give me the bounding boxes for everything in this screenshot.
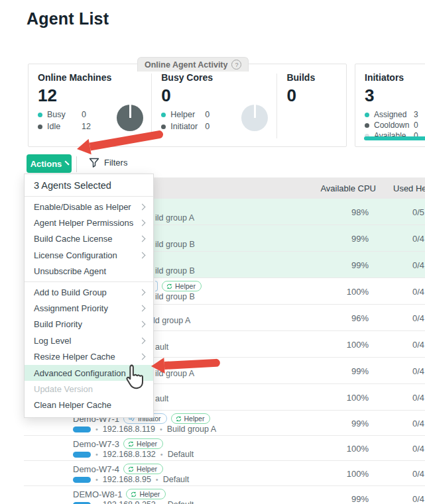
chevron-right-icon: [139, 220, 146, 227]
agent-name: DEMO-W8-1: [73, 489, 122, 499]
helper-badge: Helper: [171, 413, 211, 424]
dot-separator: [160, 501, 163, 504]
busy-cores-title: Busy Cores: [161, 72, 276, 83]
chevron-right-icon: [139, 321, 146, 328]
chevron-right-icon: [139, 289, 146, 295]
menu-item-build-cache-license[interactable]: Build Cache License: [25, 231, 153, 247]
busy-dot-icon: [38, 113, 42, 117]
agent-group: Build group A: [167, 425, 216, 434]
agent-ip: 192.168.8.119: [103, 425, 155, 434]
menu-item-agent-helper-permissions[interactable]: Agent Helper Permissions: [25, 215, 153, 230]
helper-badge: Helper: [123, 464, 163, 474]
busy-cores-value: 0: [161, 85, 276, 105]
agent-name: Demo-W7-4: [73, 464, 119, 474]
windows-os-badge: [73, 502, 91, 504]
helper-icon: [131, 491, 137, 497]
agent-ip: 192.168.8.132: [103, 450, 156, 459]
menu-divider: [25, 281, 153, 282]
menu-item-resize-helper-cache[interactable]: Resize Helper Cache: [25, 349, 153, 365]
column-used-helpers[interactable]: Used Help: [393, 183, 425, 193]
agent-group: Default: [168, 450, 194, 459]
dot-separator: [156, 476, 158, 483]
menu-item-assignment-priority[interactable]: Assignment Priority: [25, 300, 153, 316]
initiators-assigned-bar: [364, 136, 425, 140]
online-agent-activity-tab: Online Agent Activity ?: [137, 57, 249, 72]
helper-icon: [176, 416, 182, 422]
windows-os-badge: [73, 452, 91, 458]
initiators-value: 3: [365, 85, 425, 105]
cooldown-dot-icon: [365, 123, 369, 128]
online-machines-pie-chart: [117, 105, 143, 131]
toolbar-divider: [76, 156, 77, 172]
page-title: Agent List: [27, 9, 109, 28]
dot-separator: [160, 425, 162, 433]
menu-item-log-level[interactable]: Log Level: [25, 332, 153, 348]
initiators-card: Initiators 3 Assigned 3 Cooldown 0 Avail…: [355, 64, 425, 147]
agent-name: Demo-W7-3: [73, 439, 119, 449]
activity-card: Online Machines 12 Busy 0 Idle 12 Busy C…: [28, 64, 347, 147]
menu-item-license-configuration[interactable]: License Configuration: [25, 247, 153, 263]
table-row-demo-w7-4[interactable]: Demo-W7-4 Helper 192.168.8.95 Default 10…: [24, 461, 425, 486]
filters-button[interactable]: Filters: [89, 158, 127, 168]
assigned-dot-icon: [365, 113, 369, 117]
windows-os-badge: [73, 477, 91, 483]
agent-group: Default: [163, 475, 190, 484]
online-machines-value: 12: [38, 85, 151, 105]
busy-cores-pie-chart: [241, 105, 268, 131]
helper-badge: Helper: [123, 438, 163, 449]
windows-os-badge: [73, 427, 91, 432]
builds-title: Builds: [286, 72, 346, 83]
online-machines-title: Online Machines: [38, 72, 151, 83]
actions-button[interactable]: Actions: [27, 154, 72, 173]
menu-item-unsubscribe-agent[interactable]: Unsubscribe Agent: [25, 264, 153, 279]
initiators-title: Initiators: [365, 72, 425, 83]
dot-separator: [95, 450, 98, 458]
dot-separator: [95, 476, 98, 483]
dot-separator: [95, 501, 98, 504]
menu-item-clean-helper-cache[interactable]: Clean Helper Cache: [25, 397, 153, 413]
helper-icon: [128, 441, 134, 447]
chevron-down-icon: [65, 160, 70, 165]
helper-icon: [166, 283, 172, 289]
helper-dot-icon: [161, 113, 166, 117]
dot-separator: [95, 425, 98, 433]
agent-ip: 192.168.9.252: [103, 500, 156, 504]
helper-badge: Helper: [126, 489, 166, 499]
chevron-right-icon: [139, 305, 146, 312]
chevron-right-icon: [139, 337, 146, 344]
legend-cooldown: Cooldown 0: [365, 121, 425, 130]
idle-dot-icon: [38, 125, 42, 129]
filters-label: Filters: [104, 158, 127, 168]
agent-group: Default: [168, 500, 194, 504]
selected-agents-header: 3 Agents Selected: [25, 174, 153, 197]
builds-value: 0: [286, 85, 346, 105]
menu-item-build-priority[interactable]: Build Priority: [25, 317, 153, 332]
help-icon[interactable]: ?: [231, 60, 241, 70]
menu-item-add-to-build-group[interactable]: Add to Build Group: [25, 284, 153, 300]
column-available-cpu[interactable]: Available CPU: [320, 183, 376, 193]
chevron-right-icon: [139, 203, 146, 210]
table-row-demo-w8-1[interactable]: DEMO-W8-1 Helper 192.168.9.252 Default 9…: [24, 486, 425, 504]
chevron-right-icon: [139, 252, 146, 258]
filter-funnel-icon: [89, 158, 99, 168]
table-row-demo-w7-3[interactable]: Demo-W7-3 Helper 192.168.8.132 Default 1…: [24, 436, 425, 461]
activity-tab-label: Online Agent Activity: [145, 60, 227, 70]
dot-separator: [160, 450, 163, 458]
chevron-right-icon: [139, 354, 146, 360]
agent-ip: 192.168.8.95: [103, 475, 151, 484]
menu-item-enable-disable-as-helper[interactable]: Enable/Disable as Helper: [25, 199, 153, 215]
busy-cores-section: Busy Cores 0 Helper 0 Initiator 0: [152, 64, 276, 146]
chevron-right-icon: [139, 236, 146, 242]
initiator-badge-partial: [155, 281, 158, 291]
hand-cursor-icon: [122, 364, 145, 390]
legend-assigned: Assigned 3: [365, 110, 425, 119]
builds-section: Builds 0: [277, 64, 346, 146]
helper-icon: [128, 466, 134, 472]
agent-list-page: Agent List Online Agent Activity ? Onlin…: [0, 0, 425, 504]
helper-badge: Helper: [162, 281, 202, 291]
